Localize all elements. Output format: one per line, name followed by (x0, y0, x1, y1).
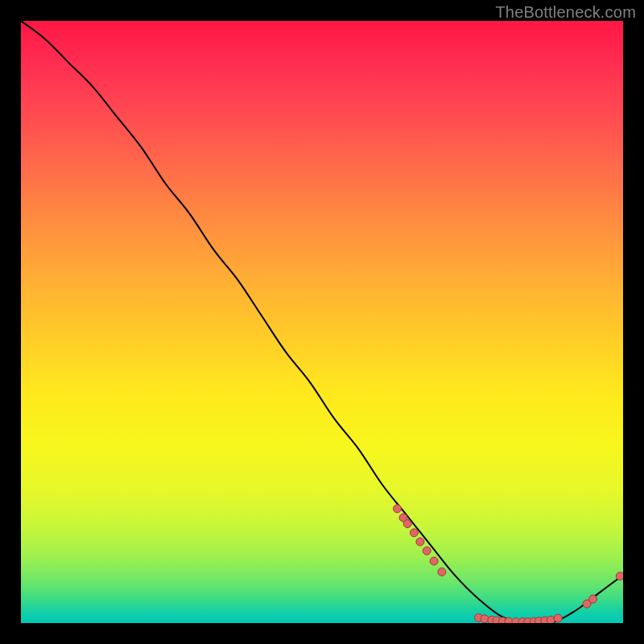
bottleneck-curve-svg (21, 21, 623, 623)
data-markers (394, 505, 624, 623)
bottleneck-curve-line (21, 21, 623, 623)
data-marker (410, 529, 418, 537)
data-marker (481, 615, 489, 623)
chart-plot-area (21, 21, 623, 623)
data-marker (554, 614, 562, 622)
chart-stage: TheBottleneck.com (0, 0, 644, 644)
data-marker (547, 616, 555, 623)
data-marker (416, 538, 424, 546)
attribution-label: TheBottleneck.com (495, 3, 636, 22)
data-marker (430, 557, 438, 565)
data-marker (438, 568, 446, 576)
data-marker (423, 547, 431, 555)
data-marker (505, 617, 513, 623)
data-marker (403, 520, 411, 528)
data-marker (394, 505, 402, 513)
data-marker (616, 572, 623, 580)
data-marker (589, 595, 597, 603)
